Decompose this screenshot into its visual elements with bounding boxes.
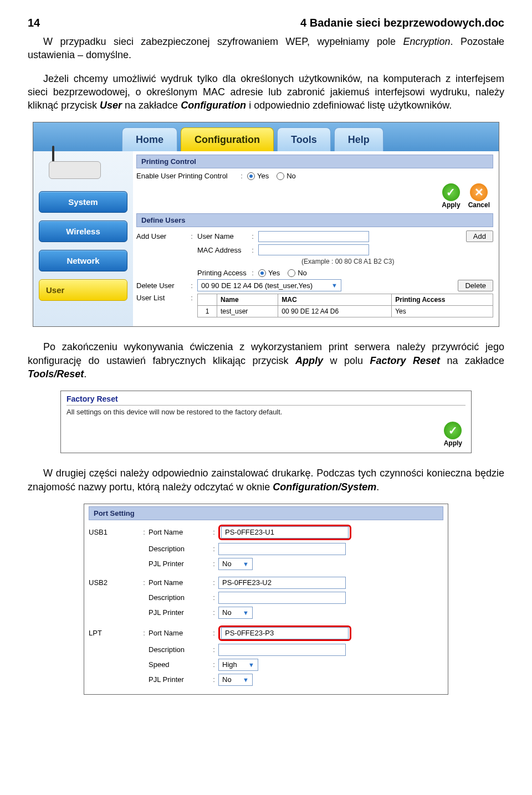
port-setting-header: Port Setting xyxy=(89,506,443,520)
nav-network[interactable]: Network xyxy=(39,250,127,271)
usb2-pjl-select[interactable]: No▼ xyxy=(218,607,253,619)
lpt-speed-select[interactable]: High▼ xyxy=(218,659,258,671)
mac-input[interactable] xyxy=(258,244,369,255)
doc-title: 4 Badanie sieci bezprzewodowych.doc xyxy=(300,17,504,29)
factory-reset-header: Factory Reset xyxy=(66,394,466,406)
factory-reset-text: All settings on this device will now be … xyxy=(66,408,466,416)
lpt-label: LPT xyxy=(89,629,140,637)
apply-button[interactable]: ✓ Apply xyxy=(442,183,460,209)
cancel-button[interactable]: ✕ Cancel xyxy=(468,183,490,209)
pa-yes-radio[interactable]: Yes xyxy=(258,269,280,277)
lpt-port-input[interactable]: PS-0FFE23-P3 xyxy=(221,627,349,639)
side-nav: System Wireless Network User xyxy=(33,151,133,326)
chevron-down-icon: ▼ xyxy=(243,609,249,616)
deleteuser-label: Delete User xyxy=(136,281,186,290)
mac-example: (Example : 00 80 C8 A1 B2 C3) xyxy=(301,258,493,265)
speed-label: Speed xyxy=(149,660,209,669)
tab-tools[interactable]: Tools xyxy=(277,127,331,151)
enable-yes-radio[interactable]: Yes xyxy=(247,172,269,180)
chevron-down-icon: ▼ xyxy=(248,661,254,668)
check-icon: ✓ xyxy=(444,422,462,439)
portname-label: Port Name xyxy=(149,578,209,587)
usb2-description-input[interactable] xyxy=(218,592,346,604)
tab-help[interactable]: Help xyxy=(334,127,383,151)
deleteuser-select[interactable]: 00 90 DE 12 A4 D6 (test_user,Yes) ▼ xyxy=(197,279,341,291)
enable-no-radio[interactable]: No xyxy=(277,172,296,180)
usb2-port-input[interactable]: PS-0FFE23-U2 xyxy=(218,577,346,589)
add-button[interactable]: Add xyxy=(466,230,493,242)
check-icon: ✓ xyxy=(442,183,460,201)
portname-label: Port Name xyxy=(149,629,209,637)
mac-label: MAC Address xyxy=(197,246,247,254)
chevron-down-icon: ▼ xyxy=(243,561,249,567)
pjl-label: PJL Printer xyxy=(149,608,209,617)
usb1-port-input[interactable]: PS-0FFE23-U1 xyxy=(221,526,349,538)
apply-button[interactable]: ✓ Apply xyxy=(444,422,462,447)
description-label: Description xyxy=(149,545,209,553)
chevron-down-icon: ▼ xyxy=(331,282,337,289)
lpt-pjl-select[interactable]: No▼ xyxy=(218,674,253,686)
enable-label: Enable User Printing Control xyxy=(136,172,236,180)
tab-configuration[interactable]: Configuration xyxy=(181,127,274,151)
description-label: Description xyxy=(149,593,209,602)
delete-button[interactable]: Delete xyxy=(458,280,493,291)
usb1-pjl-select[interactable]: No▼ xyxy=(218,558,253,570)
nav-wireless[interactable]: Wireless xyxy=(39,220,127,242)
description-label: Description xyxy=(149,645,209,654)
router-illustration xyxy=(39,146,111,184)
screenshot-configuration: Home Configuration Tools Help System Wir… xyxy=(33,122,499,327)
usb1-description-input[interactable] xyxy=(218,543,346,555)
lpt-description-input[interactable] xyxy=(218,644,346,656)
username-label: User Name xyxy=(197,232,247,240)
usb2-label: USB2 xyxy=(89,578,140,587)
table-row: 1 test_user 00 90 DE 12 A4 D6 Yes xyxy=(198,306,493,317)
printing-access-label: Printing Access xyxy=(197,269,247,277)
screenshot-port-setting: Port Setting USB1: Port Name: PS-0FFE23-… xyxy=(84,504,448,695)
username-input[interactable] xyxy=(258,231,369,242)
nav-system[interactable]: System xyxy=(39,191,127,213)
pa-no-radio[interactable]: No xyxy=(288,269,307,277)
usb1-port-highlight: PS-0FFE23-U1 xyxy=(218,525,351,540)
screenshot-factory-reset: Factory Reset All settings on this devic… xyxy=(60,391,472,453)
pjl-label: PJL Printer xyxy=(149,675,209,684)
adduser-label: Add User xyxy=(136,232,186,240)
printing-control-header: Printing Control xyxy=(136,155,493,168)
usb1-label: USB1 xyxy=(89,528,140,536)
pjl-label: PJL Printer xyxy=(149,560,209,568)
portname-label: Port Name xyxy=(149,528,209,536)
userlist-label: User List xyxy=(136,294,186,302)
chevron-down-icon: ▼ xyxy=(243,676,249,683)
x-icon: ✕ xyxy=(470,183,488,201)
user-list-table: Name MAC Printing Access 1 test_user 00 … xyxy=(197,294,493,317)
paragraph-4: W drugiej części należy odpowiednio zain… xyxy=(28,466,504,494)
define-users-header: Define Users xyxy=(136,213,493,227)
nav-user[interactable]: User xyxy=(39,279,127,301)
paragraph-2: Jeżeli chcemy umożliwić wydruk tylko dla… xyxy=(28,72,504,112)
page-number: 14 xyxy=(28,17,40,29)
tab-home[interactable]: Home xyxy=(122,127,177,151)
paragraph-1: W przypadku sieci zabezpieczonej szyfrow… xyxy=(28,35,504,62)
lpt-port-highlight: PS-0FFE23-P3 xyxy=(218,625,351,641)
paragraph-3: Po zakończeniu wykonywania ćwiczenia z w… xyxy=(28,340,504,381)
